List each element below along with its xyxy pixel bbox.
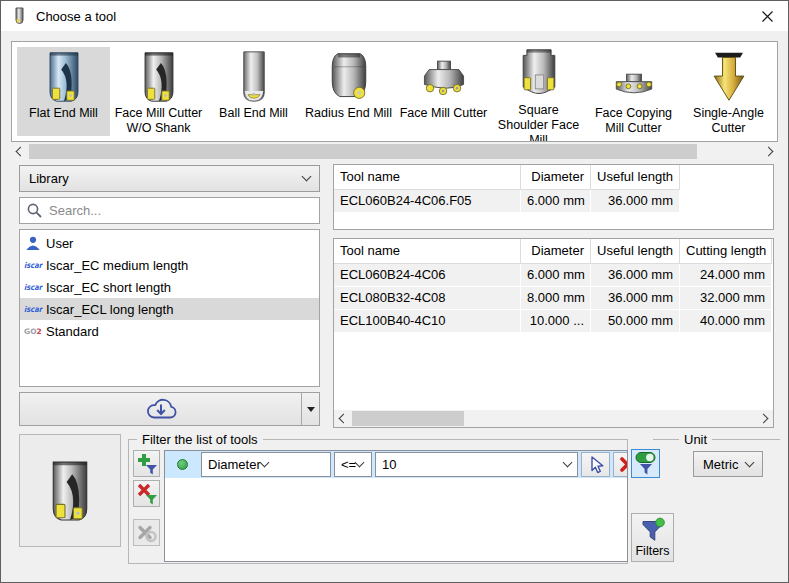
add-filter-button[interactable] xyxy=(133,450,160,477)
tools-table-scrollbar[interactable] xyxy=(334,410,773,427)
dialog-tool-icon xyxy=(13,7,26,25)
tree-item-label: Iscar_ECL long length xyxy=(46,302,173,317)
filter-field-combo[interactable]: Diameter xyxy=(201,452,331,477)
red-x-icon xyxy=(618,455,628,474)
download-from-cloud-button[interactable] xyxy=(19,392,320,426)
close-button[interactable] xyxy=(754,5,780,27)
tool-type-flat-end-mill[interactable]: Flat End Mill xyxy=(17,47,110,136)
tree-item-iscar-ec-short-length[interactable]: iscar Iscar_EC short length xyxy=(20,276,319,298)
column-header-diameter[interactable]: Diameter xyxy=(521,165,591,190)
iscar-logo-icon: iscar xyxy=(20,260,46,270)
pick-value-button[interactable] xyxy=(581,452,610,477)
table-cell: 50.000 mm xyxy=(591,310,680,333)
delete-filter-value-button[interactable] xyxy=(613,452,628,477)
table-cell: 40.000 mm xyxy=(680,310,772,333)
table-header-row: Tool nameDiameterUseful lengthCutting le… xyxy=(334,239,773,264)
tool-type-label: Face Mill Cutter xyxy=(400,106,488,121)
library-tree: User iscar Iscar_EC medium length iscar … xyxy=(19,229,320,387)
face-mill-cutter-icon xyxy=(419,47,469,104)
unlink-button[interactable] xyxy=(133,519,160,546)
table-row[interactable]: ECL060B24-4C06.F056.000 mm36.000 mm xyxy=(334,190,773,213)
user-icon xyxy=(20,235,46,251)
filter-operator-combo[interactable]: <= xyxy=(334,452,372,477)
unit-combo[interactable]: Metric xyxy=(693,451,763,477)
column-header-useful-length[interactable]: Useful length xyxy=(591,239,680,264)
tree-item-label: Iscar_EC medium length xyxy=(46,258,188,273)
tool-type-face-mill-cutter-w-o-shank[interactable]: Face Mill Cutter W/O Shank xyxy=(112,47,205,136)
tool-type-label: Radius End Mill xyxy=(305,106,392,121)
tool-type-label: Face Mill Cutter W/O Shank xyxy=(112,106,205,136)
tool-type-label: Square Shoulder Face Mill xyxy=(492,103,585,142)
iscar-logo-icon: iscar xyxy=(20,282,46,292)
tree-item-standard[interactable]: GO2 Standard xyxy=(20,320,319,342)
cursor-icon xyxy=(586,455,606,475)
scrollbar-thumb[interactable] xyxy=(29,144,697,159)
scroll-left-icon[interactable] xyxy=(11,143,27,160)
cloud-download-icon xyxy=(145,397,177,421)
table-header-row: Tool nameDiameterUseful length xyxy=(334,165,773,190)
choose-a-tool-dialog: Choose a tool Flat End Mill Face Mill Cu… xyxy=(0,0,789,583)
scrollbar-thumb[interactable] xyxy=(352,411,464,426)
column-header-cutting-length[interactable]: Cutting length xyxy=(680,239,772,264)
tool-strip-scrollbar[interactable] xyxy=(11,143,778,160)
tool-type-strip: Flat End Mill Face Mill Cutter W/O Shank… xyxy=(11,41,778,142)
table-cell: 6.000 mm xyxy=(521,190,591,213)
header-filler xyxy=(680,165,773,190)
chevron-down-icon xyxy=(302,172,312,182)
tool-type-label: Ball End Mill xyxy=(219,106,288,121)
filter-value-input[interactable] xyxy=(376,457,564,472)
table-row[interactable]: ECL080B32-4C088.000 mm36.000 mm32.000 mm xyxy=(334,287,773,310)
column-header-tool-name[interactable]: Tool name xyxy=(334,165,521,190)
filter-list: Diameter <= xyxy=(164,450,628,562)
tool-type-face-copying-mill-cutter[interactable]: Face Copying Mill Cutter xyxy=(587,47,680,136)
filter-group-title: Filter the list of tools xyxy=(137,432,263,447)
table-cell: 36.000 mm xyxy=(591,264,680,287)
ball-end-mill-icon xyxy=(229,47,279,104)
table-cell: 8.000 mm xyxy=(521,287,591,310)
column-header-tool-name[interactable]: Tool name xyxy=(334,239,521,264)
square-shoulder-face-mill-icon xyxy=(514,47,564,101)
column-header-useful-length[interactable]: Useful length xyxy=(591,165,680,190)
tool-type-ball-end-mill[interactable]: Ball End Mill xyxy=(207,47,300,136)
remove-filter-icon xyxy=(136,482,158,505)
svg-text:iscar: iscar xyxy=(24,283,43,292)
filters-button[interactable]: Filters xyxy=(631,513,674,562)
face-copying-mill-cutter-icon xyxy=(609,47,659,104)
chevron-down-icon xyxy=(745,457,755,467)
library-source-combo[interactable]: Library xyxy=(19,165,320,192)
tree-item-iscar-ec-medium-length[interactable]: iscar Iscar_EC medium length xyxy=(20,254,319,276)
tree-item-user[interactable]: User xyxy=(20,232,319,254)
chevron-down-icon xyxy=(355,458,365,468)
green-dot-icon xyxy=(177,459,188,470)
tool-type-face-mill-cutter[interactable]: Face Mill Cutter xyxy=(397,47,490,136)
scroll-right-icon[interactable] xyxy=(757,410,773,427)
filter-value-combo[interactable] xyxy=(375,452,578,477)
table-cell: 36.000 mm xyxy=(591,287,680,310)
selected-tool-table: Tool nameDiameterUseful lengthECL060B24-… xyxy=(333,164,774,230)
filter-enabled-indicator xyxy=(167,459,198,470)
title-bar: Choose a tool xyxy=(1,1,788,31)
table-cell: 10.000 ... xyxy=(521,310,591,333)
tool-type-radius-end-mill[interactable]: Radius End Mill xyxy=(302,47,395,136)
tree-item-iscar-ecl-long-length[interactable]: iscar Iscar_ECL long length xyxy=(20,298,319,320)
search-input[interactable] xyxy=(49,203,312,218)
column-header-diameter[interactable]: Diameter xyxy=(521,239,591,264)
table-cell: ECL100B40-4C10 xyxy=(334,310,521,333)
tools-list-table: Tool nameDiameterUseful lengthCutting le… xyxy=(333,238,774,428)
tree-item-label: User xyxy=(46,236,73,251)
scroll-left-icon[interactable] xyxy=(334,410,350,427)
go2-logo-icon: GO2 xyxy=(20,326,46,336)
tool-type-label: Flat End Mill xyxy=(29,106,98,121)
table-row[interactable]: ECL060B24-4C066.000 mm36.000 mm24.000 mm xyxy=(334,264,773,287)
download-options-dropdown[interactable] xyxy=(301,393,319,425)
table-cell: 6.000 mm xyxy=(521,264,591,287)
filter-row[interactable]: Diameter <= xyxy=(165,451,627,478)
tool-type-single-angle-cutter[interactable]: Single-Angle Cutter xyxy=(682,47,775,136)
tool-type-label: Single-Angle Cutter xyxy=(682,106,775,136)
tool-type-square-shoulder-face-mill[interactable]: Square Shoulder Face Mill xyxy=(492,47,585,136)
remove-filter-button[interactable] xyxy=(133,480,160,507)
table-row[interactable]: ECL100B40-4C1010.000 ...50.000 mm40.000 … xyxy=(334,310,773,333)
tool-type-label: Face Copying Mill Cutter xyxy=(587,106,680,136)
scroll-right-icon[interactable] xyxy=(762,143,778,160)
radius-end-mill-icon xyxy=(324,47,374,104)
